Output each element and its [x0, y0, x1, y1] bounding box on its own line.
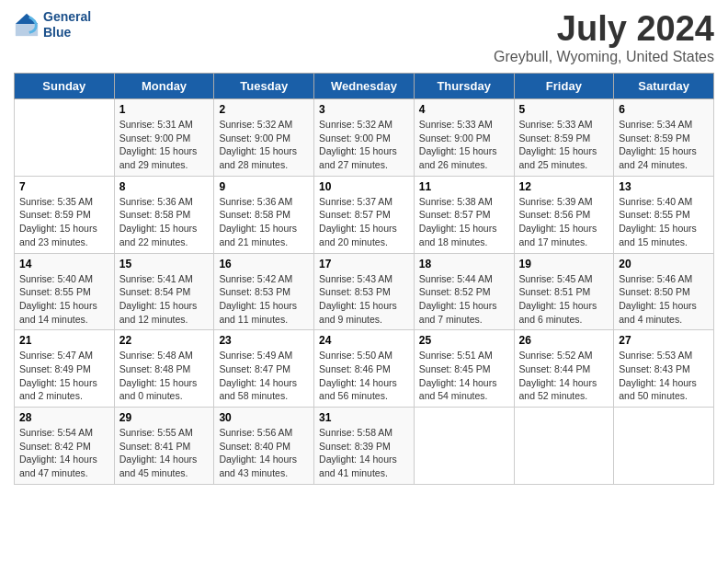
calendar-cell: 27Sunrise: 5:53 AMSunset: 8:43 PMDayligh…: [614, 330, 714, 408]
cell-info: Sunrise: 5:36 AMSunset: 8:58 PMDaylight:…: [219, 196, 297, 247]
day-number: 24: [319, 334, 409, 347]
cell-info: Sunrise: 5:44 AMSunset: 8:52 PMDaylight:…: [419, 273, 497, 325]
calendar-cell: 19Sunrise: 5:45 AMSunset: 8:51 PMDayligh…: [514, 253, 614, 330]
day-number: 7: [19, 180, 109, 193]
day-number: 19: [519, 258, 609, 270]
calendar-cell: [614, 408, 714, 485]
logo-icon: [14, 12, 40, 38]
calendar-cell: 31Sunrise: 5:58 AMSunset: 8:39 PMDayligh…: [314, 408, 415, 485]
day-number: 1: [119, 103, 210, 116]
calendar-header-day: Tuesday: [214, 74, 314, 99]
day-number: 17: [319, 258, 409, 270]
calendar-body: 1Sunrise: 5:31 AMSunset: 9:00 PMDaylight…: [15, 99, 714, 485]
day-number: 28: [19, 411, 109, 424]
calendar-cell: 3Sunrise: 5:32 AMSunset: 9:00 PMDaylight…: [314, 99, 415, 177]
cell-info: Sunrise: 5:49 AMSunset: 8:47 PMDaylight:…: [219, 350, 297, 401]
subtitle: Greybull, Wyoming, United States: [494, 49, 714, 65]
calendar-header-day: Saturday: [614, 74, 714, 99]
calendar-cell: 5Sunrise: 5:33 AMSunset: 8:59 PMDaylight…: [514, 99, 614, 177]
cell-info: Sunrise: 5:53 AMSunset: 8:43 PMDaylight:…: [619, 350, 697, 401]
calendar-cell: 18Sunrise: 5:44 AMSunset: 8:52 PMDayligh…: [414, 253, 514, 330]
day-number: 18: [419, 258, 509, 270]
day-number: 5: [519, 103, 609, 116]
cell-info: Sunrise: 5:47 AMSunset: 8:49 PMDaylight:…: [19, 350, 97, 401]
cell-info: Sunrise: 5:33 AMSunset: 9:00 PMDaylight:…: [419, 119, 497, 170]
day-number: 9: [219, 180, 309, 193]
calendar-cell: 4Sunrise: 5:33 AMSunset: 9:00 PMDaylight…: [414, 99, 514, 177]
day-number: 11: [419, 180, 509, 193]
calendar-cell: 21Sunrise: 5:47 AMSunset: 8:49 PMDayligh…: [15, 330, 115, 408]
calendar-cell: [514, 408, 614, 485]
cell-info: Sunrise: 5:36 AMSunset: 8:58 PMDaylight:…: [119, 196, 198, 247]
day-number: 13: [619, 180, 709, 193]
calendar-cell: 6Sunrise: 5:34 AMSunset: 8:59 PMDaylight…: [614, 99, 714, 177]
cell-info: Sunrise: 5:31 AMSunset: 9:00 PMDaylight:…: [119, 119, 198, 170]
calendar-week-row: 28Sunrise: 5:54 AMSunset: 8:42 PMDayligh…: [15, 408, 714, 485]
calendar-cell: 2Sunrise: 5:32 AMSunset: 9:00 PMDaylight…: [214, 99, 314, 177]
cell-info: Sunrise: 5:48 AMSunset: 8:48 PMDaylight:…: [119, 350, 198, 401]
calendar-cell: 15Sunrise: 5:41 AMSunset: 8:54 PMDayligh…: [114, 253, 214, 330]
cell-info: Sunrise: 5:32 AMSunset: 9:00 PMDaylight:…: [219, 119, 297, 170]
cell-info: Sunrise: 5:43 AMSunset: 8:53 PMDaylight:…: [319, 273, 397, 325]
cell-info: Sunrise: 5:39 AMSunset: 8:56 PMDaylight:…: [519, 196, 597, 247]
day-number: 25: [419, 334, 509, 347]
day-number: 6: [619, 103, 709, 116]
calendar-cell: 20Sunrise: 5:46 AMSunset: 8:50 PMDayligh…: [614, 253, 714, 330]
day-number: 30: [219, 411, 309, 424]
cell-info: Sunrise: 5:56 AMSunset: 8:40 PMDaylight:…: [219, 427, 297, 478]
calendar-cell: 16Sunrise: 5:42 AMSunset: 8:53 PMDayligh…: [214, 253, 314, 330]
calendar-cell: 13Sunrise: 5:40 AMSunset: 8:55 PMDayligh…: [614, 176, 714, 253]
cell-info: Sunrise: 5:42 AMSunset: 8:53 PMDaylight:…: [219, 273, 297, 325]
cell-info: Sunrise: 5:45 AMSunset: 8:51 PMDaylight:…: [519, 273, 597, 325]
calendar-header-day: Monday: [114, 74, 214, 99]
calendar-cell: [414, 408, 514, 485]
day-number: 29: [119, 411, 210, 424]
day-number: 14: [19, 258, 109, 270]
cell-info: Sunrise: 5:33 AMSunset: 8:59 PMDaylight:…: [519, 119, 597, 170]
calendar-cell: 24Sunrise: 5:50 AMSunset: 8:46 PMDayligh…: [314, 330, 415, 408]
calendar-cell: 28Sunrise: 5:54 AMSunset: 8:42 PMDayligh…: [15, 408, 115, 485]
calendar-cell: 30Sunrise: 5:56 AMSunset: 8:40 PMDayligh…: [214, 408, 314, 485]
calendar-cell: 17Sunrise: 5:43 AMSunset: 8:53 PMDayligh…: [314, 253, 415, 330]
title-block: July 2024 Greybull, Wyoming, United Stat…: [494, 9, 714, 65]
day-number: 20: [619, 258, 709, 270]
calendar-cell: 29Sunrise: 5:55 AMSunset: 8:41 PMDayligh…: [114, 408, 214, 485]
calendar-week-row: 7Sunrise: 5:35 AMSunset: 8:59 PMDaylight…: [15, 176, 714, 253]
calendar-week-row: 21Sunrise: 5:47 AMSunset: 8:49 PMDayligh…: [15, 330, 714, 408]
cell-info: Sunrise: 5:32 AMSunset: 9:00 PMDaylight:…: [319, 119, 397, 170]
calendar-cell: 7Sunrise: 5:35 AMSunset: 8:59 PMDaylight…: [15, 176, 115, 253]
cell-info: Sunrise: 5:55 AMSunset: 8:41 PMDaylight:…: [119, 427, 198, 478]
day-number: 23: [219, 334, 309, 347]
day-number: 4: [419, 103, 509, 116]
calendar-cell: 12Sunrise: 5:39 AMSunset: 8:56 PMDayligh…: [514, 176, 614, 253]
logo: General Blue: [14, 9, 91, 40]
calendar-header-day: Thursday: [414, 74, 514, 99]
calendar-cell: 9Sunrise: 5:36 AMSunset: 8:58 PMDaylight…: [214, 176, 314, 253]
cell-info: Sunrise: 5:38 AMSunset: 8:57 PMDaylight:…: [419, 196, 497, 247]
day-number: 22: [119, 334, 210, 347]
cell-info: Sunrise: 5:58 AMSunset: 8:39 PMDaylight:…: [319, 427, 397, 478]
day-number: 3: [319, 103, 409, 116]
calendar-header-row: SundayMondayTuesdayWednesdayThursdayFrid…: [15, 74, 714, 99]
calendar-cell: 23Sunrise: 5:49 AMSunset: 8:47 PMDayligh…: [214, 330, 314, 408]
calendar-week-row: 14Sunrise: 5:40 AMSunset: 8:55 PMDayligh…: [15, 253, 714, 330]
cell-info: Sunrise: 5:52 AMSunset: 8:44 PMDaylight:…: [519, 350, 597, 401]
day-number: 16: [219, 258, 309, 270]
cell-info: Sunrise: 5:54 AMSunset: 8:42 PMDaylight:…: [19, 427, 97, 478]
cell-info: Sunrise: 5:35 AMSunset: 8:59 PMDaylight:…: [19, 196, 97, 247]
calendar-cell: 14Sunrise: 5:40 AMSunset: 8:55 PMDayligh…: [15, 253, 115, 330]
calendar-header-day: Friday: [514, 74, 614, 99]
cell-info: Sunrise: 5:50 AMSunset: 8:46 PMDaylight:…: [319, 350, 397, 401]
main-title: July 2024: [494, 9, 714, 49]
cell-info: Sunrise: 5:37 AMSunset: 8:57 PMDaylight:…: [319, 196, 397, 247]
calendar-cell: 8Sunrise: 5:36 AMSunset: 8:58 PMDaylight…: [114, 176, 214, 253]
cell-info: Sunrise: 5:41 AMSunset: 8:54 PMDaylight:…: [119, 273, 198, 325]
calendar-cell: 22Sunrise: 5:48 AMSunset: 8:48 PMDayligh…: [114, 330, 214, 408]
day-number: 12: [519, 180, 609, 193]
day-number: 21: [19, 334, 109, 347]
calendar-cell: [15, 99, 115, 177]
calendar-cell: 25Sunrise: 5:51 AMSunset: 8:45 PMDayligh…: [414, 330, 514, 408]
cell-info: Sunrise: 5:46 AMSunset: 8:50 PMDaylight:…: [619, 273, 697, 325]
calendar-table: SundayMondayTuesdayWednesdayThursdayFrid…: [14, 73, 714, 485]
calendar-header-day: Sunday: [15, 74, 115, 99]
